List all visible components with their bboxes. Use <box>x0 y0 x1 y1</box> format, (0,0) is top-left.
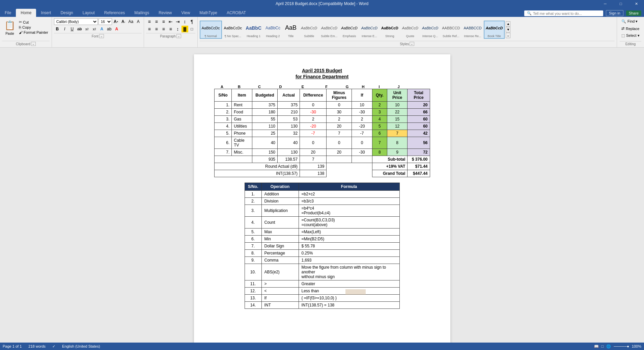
styles-scroll-up[interactable]: ▲ ▼ ⌄ <box>506 21 510 38</box>
read-mode-button[interactable]: 📖 <box>594 344 599 349</box>
font-shrink-button[interactable]: A- <box>120 18 127 25</box>
tab-view[interactable]: View <box>177 9 195 17</box>
style-no-spacing[interactable]: AaBbCcDc ¶ No Spac... <box>222 21 244 38</box>
style-quote[interactable]: AaBbCcD Quote <box>400 21 420 38</box>
tab-mathtype[interactable]: MathType <box>195 9 222 17</box>
tab-bar: File Home Insert Design Layout Reference… <box>0 7 644 17</box>
bullets-button[interactable]: ≡ <box>146 18 153 25</box>
tab-home[interactable]: Home <box>16 9 36 17</box>
signin-button[interactable]: Sign in <box>606 10 623 16</box>
col-header-i: I <box>370 85 389 89</box>
italic-button[interactable]: I <box>61 26 68 32</box>
share-button[interactable]: Share <box>626 10 641 16</box>
increase-indent-button[interactable]: ⇥ <box>174 18 181 25</box>
search-icon: 🔍 <box>527 11 532 16</box>
justify-button[interactable]: ≡ <box>167 26 174 32</box>
style-subtle-ref[interactable]: AABBCCD Subtle Ref... <box>440 21 461 38</box>
style-intense-e[interactable]: AaBbCcD Intense E... <box>360 21 379 38</box>
style-normal[interactable]: AaBbCcDc ¶ Normal <box>200 21 222 39</box>
close-button[interactable]: ✕ <box>628 0 644 7</box>
zoom-level: 100% <box>632 344 641 348</box>
clear-formatting-button[interactable]: A <box>135 18 142 25</box>
replace-icon: ⇄ <box>621 26 624 31</box>
web-layout-button[interactable]: 🌐 <box>606 344 611 349</box>
clipboard-expand-icon[interactable]: ⌄ <box>31 42 36 46</box>
line-spacing-button[interactable]: ↕ <box>174 26 181 32</box>
style-subtle-em[interactable]: AaBbCcD Subtle Em... <box>319 21 339 38</box>
tab-file[interactable]: File <box>0 9 16 17</box>
tab-acrobat[interactable]: ACROBAT <box>222 9 251 17</box>
font-grow-button[interactable]: A+ <box>113 18 119 25</box>
fd-sno: 13. <box>245 295 261 302</box>
styles-gallery: AaBbCcDc ¶ Normal AaBbCcDc ¶ No Spac... … <box>200 18 615 41</box>
styles-expand-icon[interactable]: ⌄ <box>410 42 414 46</box>
superscript-button[interactable]: x2 <box>91 26 98 32</box>
underline-button[interactable]: U <box>69 26 76 32</box>
td-diff: -20 <box>300 123 327 130</box>
find-button[interactable]: 🔍 Find ▾ <box>620 18 641 25</box>
replace-button[interactable]: ⇄ Replace <box>620 25 641 32</box>
paste-button[interactable]: 📋 Paste <box>2 18 18 36</box>
style-heading2[interactable]: AaBbCc Heading 2 <box>263 21 282 38</box>
bold-button[interactable]: B <box>54 26 61 32</box>
font-color-button[interactable]: A <box>113 26 120 32</box>
style-intense-e-preview: AaBbCcD <box>361 22 377 34</box>
search-bar[interactable]: 🔍 <box>524 10 603 16</box>
tab-layout[interactable]: Layout <box>78 9 100 17</box>
tab-insert[interactable]: Insert <box>36 9 56 17</box>
maximize-button[interactable]: □ <box>613 0 628 7</box>
subscript-button[interactable]: x2 <box>84 26 90 32</box>
style-intense-q[interactable]: AaBbCcD Intense Q... <box>420 21 440 38</box>
style-strong[interactable]: AaBbCcD Strong <box>380 21 400 38</box>
print-layout-button[interactable]: □ <box>601 344 604 348</box>
fd-formula: INT(138.57) = 138 <box>299 302 399 309</box>
paragraph-expand-icon[interactable]: ⌄ <box>176 34 181 38</box>
tab-references[interactable]: References <box>100 9 130 17</box>
text-effects-button[interactable]: A <box>99 26 105 32</box>
copy-button[interactable]: ⎘ Copy <box>18 25 50 30</box>
shading-button[interactable]: ▓ <box>181 26 188 32</box>
td-int-label: INT(138.57) <box>214 170 300 177</box>
align-right-button[interactable]: ≡ <box>160 26 167 32</box>
table-row: 2. Food 180 210 -30 30 -30 3 22 66 <box>214 109 430 116</box>
search-input[interactable] <box>533 11 600 16</box>
style-title[interactable]: AaB Title <box>283 21 299 38</box>
td-budgeted: 25 <box>252 130 277 137</box>
style-heading1[interactable]: AaBbC Heading 1 <box>244 21 263 38</box>
td-minus: 30 <box>327 109 352 116</box>
style-book-title[interactable]: AaBbCcD Book Title <box>484 21 505 39</box>
borders-button[interactable]: □ <box>189 26 195 32</box>
style-heading2-preview: AaBbCc <box>265 22 280 34</box>
status-right: 📖 □ 🌐 ─────● 100% <box>594 344 641 349</box>
tab-mailings[interactable]: Mailings <box>130 9 154 17</box>
select-button[interactable]: ⬚ Select ▾ <box>620 32 641 39</box>
style-intense-re[interactable]: AABBCCD Intense Re... <box>462 21 483 38</box>
font-name-select[interactable]: Calibri (Body) <box>54 18 98 25</box>
style-subtitle[interactable]: AaBbCcD Subtitle <box>299 21 319 38</box>
formula-row: 1. Addition =b2+c2 <box>245 191 399 198</box>
align-center-button[interactable]: ≡ <box>153 26 160 32</box>
td-minus: 20 <box>327 149 352 156</box>
font-expand-icon[interactable]: ⌄ <box>99 34 104 38</box>
sort-button[interactable]: ↕ <box>181 18 188 25</box>
strikethrough-button[interactable]: ab <box>76 26 83 32</box>
zoom-slider[interactable]: ─────● <box>614 344 629 348</box>
fd-formula: =Min(B2:D5) <box>299 236 399 243</box>
multilevel-button[interactable]: ≡ <box>160 18 167 25</box>
td-actual: 53 <box>278 116 300 123</box>
text-highlight-button[interactable]: ab <box>106 26 113 32</box>
font-size-select[interactable]: 16 <box>99 18 112 25</box>
tab-design[interactable]: Design <box>56 9 78 17</box>
minimize-button[interactable]: ─ <box>597 0 613 7</box>
tab-review[interactable]: Review <box>154 9 176 17</box>
td-unit: 9 <box>387 149 408 156</box>
format-painter-button[interactable]: 🖌 Format Painter <box>18 30 50 35</box>
change-case-button[interactable]: Aa <box>128 18 134 25</box>
show-marks-button[interactable]: ¶ <box>189 18 195 25</box>
cut-button[interactable]: ✂ Cut <box>18 20 50 25</box>
numbering-button[interactable]: ≡ <box>153 18 160 25</box>
decrease-indent-button[interactable]: ⇤ <box>167 18 174 25</box>
td-actual: 375 <box>278 102 300 109</box>
style-emphasis[interactable]: AaBbCcD Emphasis <box>339 21 359 38</box>
align-left-button[interactable]: ≡ <box>146 26 153 32</box>
